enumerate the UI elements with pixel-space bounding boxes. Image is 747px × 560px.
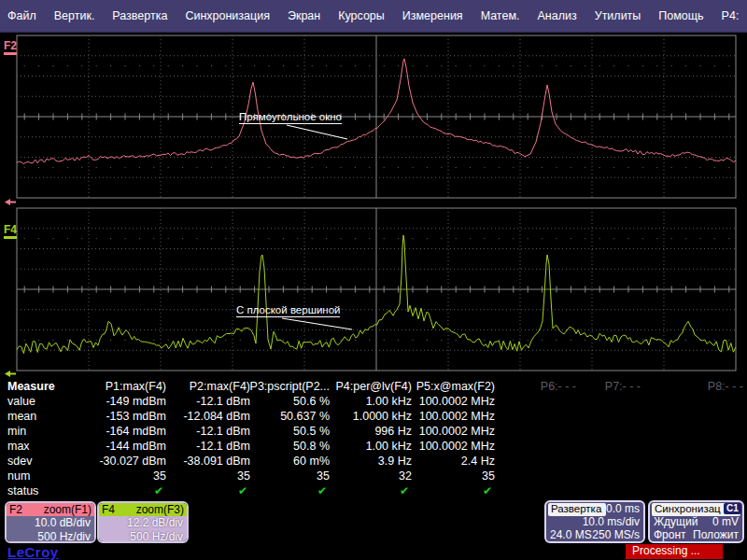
annotation-rectangular-window: Прямоугольное окно — [239, 111, 342, 124]
measure-table: MeasurevaluemeanminmaxsdevnumstatusP1:ma… — [0, 378, 747, 497]
waveform-display: F2 F4 Прямоугольное окно С плоской верши… — [0, 33, 747, 378]
measure-col-header-p6[interactable]: P6:- - - — [541, 380, 576, 393]
menu-item-12[interactable]: P4: — [722, 9, 740, 22]
menu-item-8[interactable]: Матем. — [481, 9, 520, 22]
trace-label-f2: F2 — [4, 41, 17, 51]
measure-value-p5-num: 35 — [482, 469, 495, 483]
trace-descriptor-f2[interactable]: F2 zoom(F1) 10.0 dB/div 500 Hz/div — [5, 501, 96, 543]
trigger-kind: Фронт — [654, 529, 686, 541]
descriptor-vscale: 10.0 dB/div — [7, 516, 91, 530]
measure-value-p4-num: 32 — [399, 469, 412, 483]
trace-underline-f2 — [4, 52, 17, 55]
footer-bar: F2 zoom(F1) 10.0 dB/div 500 Hz/div F4 zo… — [0, 497, 747, 560]
measure-title: Measure — [7, 380, 55, 393]
measure-value-p1-sdev: -30.027 dBm — [99, 455, 166, 468]
timebase-scale: 10.0 ms/div — [546, 516, 643, 528]
trigger-source-badge: C1 — [724, 503, 741, 514]
measure-value-p2-max: -12.1 dBm — [196, 440, 250, 453]
menu-item-11[interactable]: Помощь — [658, 9, 703, 22]
descriptor-source: zoom(F3) — [136, 504, 184, 516]
processing-status: Processing ... — [626, 544, 723, 559]
menu-item-4[interactable]: Синхронизация — [185, 9, 270, 22]
menu-item-10[interactable]: Утилиты — [595, 9, 641, 22]
measure-value-p4-sdev: 3.9 Hz — [378, 455, 412, 468]
trace-indicator-arrow-f4 — [5, 371, 16, 377]
measure-value-p3-max: 50.8 % — [293, 440, 330, 453]
timebase-samples: 24.0 MS — [550, 529, 592, 541]
measure-value-p2-mean: -12.084 dBm — [183, 410, 250, 423]
descriptor-source: zoom(F1) — [44, 504, 92, 516]
descriptor-vscale: 12.2 dB/div — [99, 516, 183, 530]
menu-item-1[interactable]: Файл — [7, 9, 36, 22]
measure-status-check-p3: ✔ — [317, 484, 327, 497]
menu-item-2[interactable]: Вертик. — [54, 9, 95, 22]
measure-value-p4-min: 996 Hz — [374, 425, 412, 438]
menu-item-9[interactable]: Анализ — [537, 9, 576, 22]
waveform-svg — [0, 33, 747, 378]
trace-descriptor-f2-body: 10.0 dB/div 500 Hz/div — [7, 516, 94, 543]
measure-value-p3-mean: 50.637 % — [280, 410, 330, 423]
menu-item-5[interactable]: Экран — [288, 9, 320, 22]
descriptor-hscale: 500 Hz/div — [7, 530, 91, 544]
measure-value-p2-min: -12.1 dBm — [196, 425, 250, 438]
measure-col-header-p5[interactable]: P5:x@max(F2) — [416, 380, 495, 393]
descriptor-channel: F4 — [102, 504, 115, 516]
menu-item-3[interactable]: Развертка — [112, 9, 167, 22]
measure-col-header-p2[interactable]: P2:max(F4) — [190, 380, 250, 393]
measure-row-label-num: num — [7, 469, 30, 483]
annotation-pointer-2 — [282, 318, 352, 329]
annotation-flattop-window: С плоской вершиной — [236, 304, 340, 317]
descriptor-hscale: 500 Hz/div — [99, 530, 183, 544]
measure-value-p3-value: 50.6 % — [293, 395, 330, 408]
measure-value-p5-sdev: 2.4 Hz — [461, 455, 495, 468]
measure-value-p1-mean: -153 mdBm — [106, 410, 166, 423]
measure-value-p1-min: -164 mdBm — [106, 425, 166, 438]
measure-value-p2-sdev: -38.091 dBm — [183, 455, 250, 468]
trace-descriptor-f4[interactable]: F4 zoom(F3) 12.2 dB/div 500 Hz/div — [97, 501, 189, 543]
measure-value-p1-max: -144 mdBm — [106, 440, 166, 453]
measure-row-label-sdev: sdev — [7, 455, 32, 468]
measure-value-p4-mean: 1.0000 kHz — [353, 410, 412, 423]
measure-value-p4-max: 1.00 kHz — [366, 440, 412, 453]
annotation-pointer-1 — [287, 125, 347, 139]
measure-row-label-value: value — [7, 395, 35, 408]
measure-status-check-p1: ✔ — [154, 484, 163, 497]
trigger-mode: Ждущий — [654, 516, 698, 528]
measure-value-p2-num: 35 — [237, 469, 250, 483]
trace-underline-f4 — [4, 236, 17, 239]
measure-value-p4-value: 1.00 kHz — [366, 395, 412, 408]
trigger-slope: Положит — [693, 529, 739, 541]
measure-value-p2-value: -12.1 dBm — [196, 395, 250, 408]
measure-row-label-min: min — [7, 425, 26, 438]
timebase-box[interactable]: Развертка 0.0 ms 10.0 ms/div 24.0 MS 250… — [544, 500, 645, 543]
trace-descriptor-f2-header: F2 zoom(F1) — [7, 503, 94, 516]
scope-screen: ФайлВертик.РазверткаСинхронизацияЭкранКу… — [0, 0, 747, 560]
measure-col-header-p1[interactable]: P1:max(F4) — [106, 380, 166, 393]
timebase-delay: 0.0 ms — [546, 503, 643, 515]
measure-row-label-status: status — [7, 484, 38, 497]
trace-indicator-arrow-f2 — [5, 199, 16, 205]
measure-value-p3-num: 35 — [317, 469, 330, 483]
timebase-rate: 250 MS/s — [592, 529, 640, 541]
measure-col-header-p3[interactable]: P3:pscript(P2... — [250, 380, 330, 393]
measure-col-header-p7[interactable]: P7:- - - — [605, 380, 641, 393]
lecroy-logo: LeCroy — [7, 544, 59, 560]
measure-value-p1-num: 35 — [153, 469, 166, 483]
trigger-level: 0 mV — [712, 516, 739, 528]
trigger-box[interactable]: Синхронизац C1 Ждущий 0 mV Фронт Положит — [648, 500, 744, 543]
menu-item-6[interactable]: Курсоры — [338, 9, 385, 22]
menu-item-7[interactable]: Измерения — [402, 9, 463, 22]
menu-bar: ФайлВертик.РазверткаСинхронизацияЭкранКу… — [0, 0, 747, 33]
measure-status-check-p2: ✔ — [238, 484, 247, 497]
measure-row-label-mean: mean — [7, 410, 36, 423]
measure-value-p5-value: 100.0002 MHz — [419, 395, 495, 408]
measure-col-header-p8[interactable]: P8:- - - — [708, 380, 743, 393]
measure-value-p5-min: 100.0002 MHz — [419, 425, 495, 438]
measure-status-check-p4: ✔ — [400, 484, 409, 497]
measure-value-p1-value: -149 mdBm — [106, 395, 166, 408]
trace-descriptor-f4-body: 12.2 dB/div 500 Hz/div — [99, 516, 187, 543]
measure-col-header-p4[interactable]: P4:per@lv(F4) — [336, 380, 412, 393]
trace-label-f4: F4 — [4, 225, 17, 235]
descriptor-channel: F2 — [9, 504, 22, 516]
measure-value-p3-min: 50.5 % — [293, 425, 330, 438]
